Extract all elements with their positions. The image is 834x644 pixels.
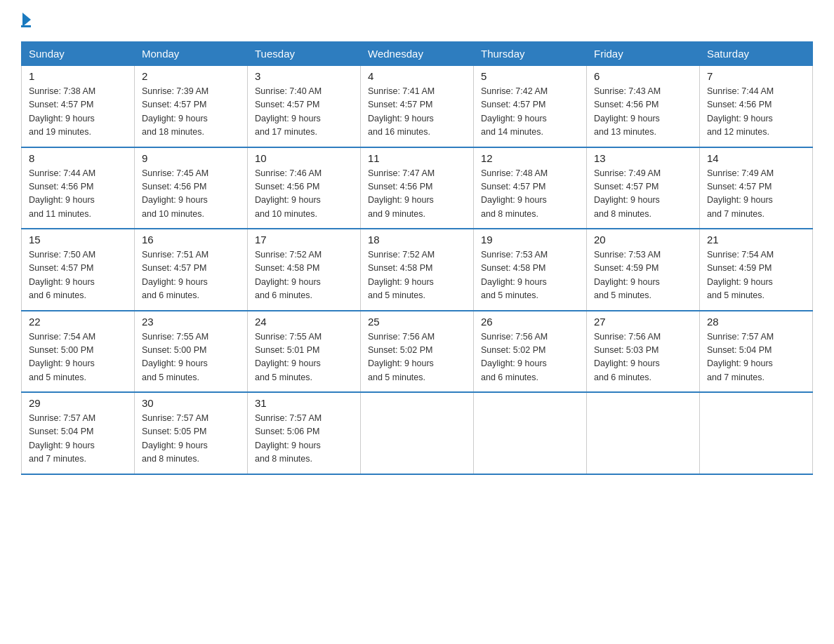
- day-number: 20: [594, 234, 692, 246]
- calendar-cell: 21 Sunrise: 7:54 AMSunset: 4:59 PMDaylig…: [700, 229, 813, 311]
- calendar-cell: 23 Sunrise: 7:55 AMSunset: 5:00 PMDaylig…: [135, 311, 248, 393]
- calendar-cell: 29 Sunrise: 7:57 AMSunset: 5:04 PMDaylig…: [22, 392, 135, 474]
- calendar-body: 1 Sunrise: 7:38 AMSunset: 4:57 PMDayligh…: [22, 66, 813, 474]
- calendar-cell: 28 Sunrise: 7:57 AMSunset: 5:04 PMDaylig…: [700, 311, 813, 393]
- calendar-cell: 14 Sunrise: 7:49 AMSunset: 4:57 PMDaylig…: [700, 147, 813, 229]
- calendar-table: SundayMondayTuesdayWednesdayThursdayFrid…: [21, 41, 813, 475]
- day-number: 8: [29, 152, 127, 164]
- header: [21, 14, 813, 27]
- day-info: Sunrise: 7:53 AMSunset: 4:58 PMDaylight:…: [481, 250, 548, 300]
- day-info: Sunrise: 7:57 AMSunset: 5:04 PMDaylight:…: [29, 413, 95, 464]
- day-info: Sunrise: 7:54 AMSunset: 5:00 PMDaylight:…: [29, 332, 95, 382]
- day-number: 10: [255, 152, 353, 164]
- calendar-cell: 13 Sunrise: 7:49 AMSunset: 4:57 PMDaylig…: [587, 147, 700, 229]
- day-info: Sunrise: 7:55 AMSunset: 5:01 PMDaylight:…: [255, 332, 322, 382]
- day-number: 31: [255, 397, 353, 409]
- day-number: 24: [255, 316, 353, 328]
- day-number: 5: [481, 70, 579, 82]
- day-number: 4: [368, 70, 466, 82]
- calendar-cell: 10 Sunrise: 7:46 AMSunset: 4:56 PMDaylig…: [248, 147, 361, 229]
- calendar-cell: 31 Sunrise: 7:57 AMSunset: 5:06 PMDaylig…: [248, 392, 361, 474]
- weekday-header-friday: Friday: [587, 42, 700, 66]
- day-info: Sunrise: 7:44 AMSunset: 4:56 PMDaylight:…: [29, 168, 95, 219]
- day-info: Sunrise: 7:56 AMSunset: 5:02 PMDaylight:…: [368, 332, 435, 382]
- day-number: 25: [368, 316, 466, 328]
- logo-underline: [21, 25, 31, 27]
- day-number: 11: [368, 152, 466, 164]
- calendar-cell: [361, 392, 474, 474]
- weekday-header-row: SundayMondayTuesdayWednesdayThursdayFrid…: [22, 42, 813, 66]
- calendar-week-row-3: 15 Sunrise: 7:50 AMSunset: 4:57 PMDaylig…: [22, 229, 813, 311]
- calendar-cell: [700, 392, 813, 474]
- day-info: Sunrise: 7:38 AMSunset: 4:57 PMDaylight:…: [29, 86, 95, 137]
- calendar-week-row-2: 8 Sunrise: 7:44 AMSunset: 4:56 PMDayligh…: [22, 147, 813, 229]
- calendar-week-row-1: 1 Sunrise: 7:38 AMSunset: 4:57 PMDayligh…: [22, 66, 813, 147]
- day-info: Sunrise: 7:47 AMSunset: 4:56 PMDaylight:…: [368, 168, 435, 219]
- day-number: 13: [594, 152, 692, 164]
- day-info: Sunrise: 7:49 AMSunset: 4:57 PMDaylight:…: [707, 168, 774, 219]
- day-number: 21: [707, 234, 805, 246]
- calendar-cell: 20 Sunrise: 7:53 AMSunset: 4:59 PMDaylig…: [587, 229, 700, 311]
- calendar-cell: 7 Sunrise: 7:44 AMSunset: 4:56 PMDayligh…: [700, 66, 813, 147]
- day-info: Sunrise: 7:50 AMSunset: 4:57 PMDaylight:…: [29, 250, 95, 300]
- day-number: 12: [481, 152, 579, 164]
- logo: [21, 14, 31, 27]
- day-info: Sunrise: 7:56 AMSunset: 5:02 PMDaylight:…: [481, 332, 548, 382]
- calendar-cell: 19 Sunrise: 7:53 AMSunset: 4:58 PMDaylig…: [474, 229, 587, 311]
- day-number: 29: [29, 397, 127, 409]
- calendar-cell: [587, 392, 700, 474]
- calendar-cell: 25 Sunrise: 7:56 AMSunset: 5:02 PMDaylig…: [361, 311, 474, 393]
- day-info: Sunrise: 7:49 AMSunset: 4:57 PMDaylight:…: [594, 168, 661, 219]
- calendar-cell: 24 Sunrise: 7:55 AMSunset: 5:01 PMDaylig…: [248, 311, 361, 393]
- day-info: Sunrise: 7:40 AMSunset: 4:57 PMDaylight:…: [255, 86, 322, 137]
- calendar-header: SundayMondayTuesdayWednesdayThursdayFrid…: [22, 42, 813, 66]
- day-number: 19: [481, 234, 579, 246]
- calendar-week-row-5: 29 Sunrise: 7:57 AMSunset: 5:04 PMDaylig…: [22, 392, 813, 474]
- day-number: 28: [707, 316, 805, 328]
- day-number: 2: [142, 70, 240, 82]
- calendar-cell: 27 Sunrise: 7:56 AMSunset: 5:03 PMDaylig…: [587, 311, 700, 393]
- day-number: 15: [29, 234, 127, 246]
- weekday-header-monday: Monday: [135, 42, 248, 66]
- weekday-header-tuesday: Tuesday: [248, 42, 361, 66]
- day-number: 17: [255, 234, 353, 246]
- day-number: 27: [594, 316, 692, 328]
- day-info: Sunrise: 7:57 AMSunset: 5:06 PMDaylight:…: [255, 413, 322, 464]
- day-number: 18: [368, 234, 466, 246]
- day-info: Sunrise: 7:57 AMSunset: 5:05 PMDaylight:…: [142, 413, 208, 464]
- calendar-cell: 18 Sunrise: 7:52 AMSunset: 4:58 PMDaylig…: [361, 229, 474, 311]
- logo-triangle-icon: [22, 13, 31, 27]
- calendar-cell: 22 Sunrise: 7:54 AMSunset: 5:00 PMDaylig…: [22, 311, 135, 393]
- calendar-cell: 11 Sunrise: 7:47 AMSunset: 4:56 PMDaylig…: [361, 147, 474, 229]
- day-info: Sunrise: 7:52 AMSunset: 4:58 PMDaylight:…: [255, 250, 322, 300]
- day-info: Sunrise: 7:53 AMSunset: 4:59 PMDaylight:…: [594, 250, 661, 300]
- calendar-cell: 15 Sunrise: 7:50 AMSunset: 4:57 PMDaylig…: [22, 229, 135, 311]
- day-number: 9: [142, 152, 240, 164]
- day-number: 30: [142, 397, 240, 409]
- day-number: 22: [29, 316, 127, 328]
- weekday-header-wednesday: Wednesday: [361, 42, 474, 66]
- day-number: 16: [142, 234, 240, 246]
- day-number: 7: [707, 70, 805, 82]
- calendar-week-row-4: 22 Sunrise: 7:54 AMSunset: 5:00 PMDaylig…: [22, 311, 813, 393]
- day-info: Sunrise: 7:54 AMSunset: 4:59 PMDaylight:…: [707, 250, 774, 300]
- day-info: Sunrise: 7:44 AMSunset: 4:56 PMDaylight:…: [707, 86, 774, 137]
- day-number: 26: [481, 316, 579, 328]
- day-info: Sunrise: 7:48 AMSunset: 4:57 PMDaylight:…: [481, 168, 548, 219]
- day-info: Sunrise: 7:46 AMSunset: 4:56 PMDaylight:…: [255, 168, 322, 219]
- calendar-cell: 12 Sunrise: 7:48 AMSunset: 4:57 PMDaylig…: [474, 147, 587, 229]
- calendar-cell: 26 Sunrise: 7:56 AMSunset: 5:02 PMDaylig…: [474, 311, 587, 393]
- calendar-cell: 5 Sunrise: 7:42 AMSunset: 4:57 PMDayligh…: [474, 66, 587, 147]
- day-info: Sunrise: 7:43 AMSunset: 4:56 PMDaylight:…: [594, 86, 661, 137]
- calendar-cell: 1 Sunrise: 7:38 AMSunset: 4:57 PMDayligh…: [22, 66, 135, 147]
- day-info: Sunrise: 7:41 AMSunset: 4:57 PMDaylight:…: [368, 86, 435, 137]
- calendar-cell: 6 Sunrise: 7:43 AMSunset: 4:56 PMDayligh…: [587, 66, 700, 147]
- day-number: 6: [594, 70, 692, 82]
- day-info: Sunrise: 7:57 AMSunset: 5:04 PMDaylight:…: [707, 332, 774, 382]
- day-info: Sunrise: 7:39 AMSunset: 4:57 PMDaylight:…: [142, 86, 208, 137]
- calendar-cell: [474, 392, 587, 474]
- weekday-header-sunday: Sunday: [22, 42, 135, 66]
- day-info: Sunrise: 7:52 AMSunset: 4:58 PMDaylight:…: [368, 250, 435, 300]
- day-number: 14: [707, 152, 805, 164]
- calendar-cell: 9 Sunrise: 7:45 AMSunset: 4:56 PMDayligh…: [135, 147, 248, 229]
